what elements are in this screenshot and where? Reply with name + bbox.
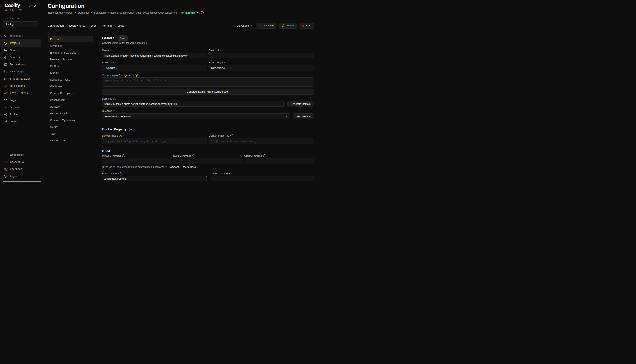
set-direction-button[interactable]: Set Direction [293, 114, 314, 119]
git-icon [4, 56, 8, 59]
install-command-label: Install Command [102, 154, 121, 157]
base-directory-input[interactable] [102, 176, 207, 182]
save-button[interactable]: Save [118, 36, 128, 40]
variables-icon: (x) [4, 77, 8, 80]
direction-select[interactable]: Allow www & non-www. [102, 114, 290, 119]
sidebar: Coolify v4.0.0-beta.399 Current Team Hos… [0, 0, 41, 182]
framework-docs-link[interactable]: Framework Specific Docs [168, 166, 195, 168]
page-title: Configuration [48, 3, 314, 10]
install-command-input[interactable] [102, 158, 172, 164]
theme-switcher-chevrons-icon[interactable] [34, 4, 36, 7]
home-icon [4, 34, 8, 38]
build-pack-label: Build Pack [102, 61, 114, 64]
build-pack-select[interactable]: Nixpacks [102, 65, 207, 71]
restart-button[interactable]: Restart [279, 23, 297, 28]
subnav-resource-limits[interactable]: Resource Limits [48, 110, 93, 117]
subnav-danger-zone[interactable]: Danger Zone [48, 137, 93, 144]
subnav-preview-deployments[interactable]: Preview Deployments [48, 90, 93, 96]
subnav-scheduled-tasks[interactable]: Scheduled Tasks [48, 76, 93, 83]
docker-image-tag-label: Docker Image Tag [209, 134, 229, 137]
heart-icon [4, 160, 8, 164]
redeploy-button[interactable]: Redeploy [256, 23, 276, 28]
layers-icon [4, 41, 8, 45]
sidebar-item-logout[interactable]: Logout [0, 172, 41, 180]
sidebar-item-sources[interactable]: Sources [0, 54, 41, 61]
bell-icon [4, 84, 8, 88]
required-asterisk [224, 61, 225, 64]
stop-button[interactable]: Stop [299, 23, 314, 28]
breadcrumb-application[interactable]: illicitestonion/-module--decomposition:m… [94, 11, 177, 14]
tab-links[interactable]: Links [118, 24, 127, 27]
name-label: Name [102, 49, 109, 52]
description-input[interactable] [209, 53, 314, 58]
chevron-down-icon [309, 67, 311, 69]
advanced-dropdown[interactable]: Advanced [237, 24, 252, 27]
subnav-resource-operations[interactable]: Resource Operations [48, 117, 93, 124]
base-directory-highlight: Base Directoryi [101, 170, 208, 182]
subnav-metrics[interactable]: Metrics [48, 124, 93, 130]
sidebar-footer: Onboarding Sponsor us ? Feedback Logout [0, 151, 41, 180]
custom-nginx-textarea[interactable] [102, 78, 314, 86]
subnav-general[interactable]: General [48, 36, 93, 42]
sidebar-item-destinations[interactable]: Destinations [0, 61, 41, 68]
start-command-input[interactable] [244, 158, 314, 164]
info-icon: i [135, 74, 138, 77]
sidebar-item-profile[interactable]: Profile [0, 111, 41, 118]
docker-image-input[interactable] [102, 138, 207, 144]
name-input[interactable] [102, 53, 207, 58]
horizontal-scrollbar[interactable] [3, 181, 41, 182]
domains-label: Domains [102, 97, 112, 100]
restart-icon [281, 24, 284, 27]
app-logo[interactable]: Coolify [5, 3, 20, 8]
publish-directory-input[interactable] [210, 176, 314, 182]
sidebar-item-projects[interactable]: Projects [0, 40, 41, 46]
sidebar-item-tags[interactable]: Tags [0, 96, 41, 104]
sidebar-item-s3-storages[interactable]: S3 Storages [0, 68, 41, 75]
subnav-git-source[interactable]: Git Source [48, 63, 93, 70]
breadcrumb-project[interactable]: illicitonion quote server [48, 11, 73, 14]
tab-logs[interactable]: Logs [91, 24, 96, 27]
description-label: Description [209, 49, 222, 52]
sidebar-item-keys-tokens[interactable]: Keys & Tokens [0, 90, 41, 96]
theme-sun-icon[interactable] [29, 4, 32, 7]
info-icon: i [263, 154, 266, 157]
sidebar-item-feedback[interactable]: ? Feedback [0, 166, 41, 172]
static-image-select[interactable]: nginx:alpine [209, 65, 314, 71]
sidebar-item-sponsor-us[interactable]: Sponsor us [0, 158, 41, 166]
subnav-servers[interactable]: Servers [48, 70, 93, 76]
nixpacks-helper-text: Nixpacks will detect the required config… [102, 166, 314, 168]
custom-nginx-label: Custom Nginx Configuration [102, 74, 134, 77]
sidebar-item-shared-variables[interactable]: (x) Shared Variables [0, 75, 41, 82]
tabs-row: Configuration Deployments Logs Terminal … [48, 23, 314, 28]
sidebar-item-terminal[interactable]: >_ Terminal [0, 104, 41, 111]
sidebar-item-notifications[interactable]: Notifications [0, 82, 41, 90]
team-select[interactable]: Hosting [2, 22, 39, 27]
subnav-healthcheck[interactable]: Healthcheck [48, 96, 93, 103]
status-running-link[interactable]: Running [185, 11, 195, 14]
tab-terminal[interactable]: Terminal [102, 24, 112, 27]
publish-directory-label: Publish Directory [210, 172, 230, 175]
tab-deployments[interactable]: Deployments [69, 24, 85, 27]
build-command-input[interactable] [173, 158, 243, 164]
sidebar-item-servers[interactable]: Servers [0, 46, 41, 54]
breadcrumb-environment[interactable]: production [78, 11, 90, 14]
tab-configuration[interactable]: Configuration [48, 24, 64, 27]
sidebar-item-teams[interactable]: Teams [0, 118, 41, 125]
refresh-status-icon[interactable] [201, 11, 204, 14]
breadcrumb: illicitonion quote server › production ›… [48, 11, 314, 14]
subnav-tags[interactable]: Tags [48, 130, 93, 137]
generate-domain-button[interactable]: Generate Domain [287, 101, 314, 107]
subnav-webhooks[interactable]: Webhooks [48, 83, 93, 90]
sidebar-item-dashboard[interactable]: Dashboard [0, 32, 41, 40]
sidebar-item-onboarding[interactable]: Onboarding [0, 151, 41, 158]
docker-image-tag-input[interactable] [209, 138, 314, 144]
chevron-updown-icon [125, 24, 127, 27]
subnav-rollback[interactable]: Rollback [48, 103, 93, 110]
info-icon: i [113, 97, 116, 100]
domains-input[interactable] [102, 101, 285, 107]
app-version: v4.0.0-beta.399 [5, 9, 41, 12]
subnav-advanced[interactable]: Advanced [48, 42, 93, 49]
generate-nginx-button[interactable]: Generate Default Nginx Configuration [102, 89, 314, 95]
subnav-persistent-storage[interactable]: Persistent Storage [48, 56, 93, 63]
subnav-environment-variables[interactable]: Environment Variables [48, 49, 93, 56]
